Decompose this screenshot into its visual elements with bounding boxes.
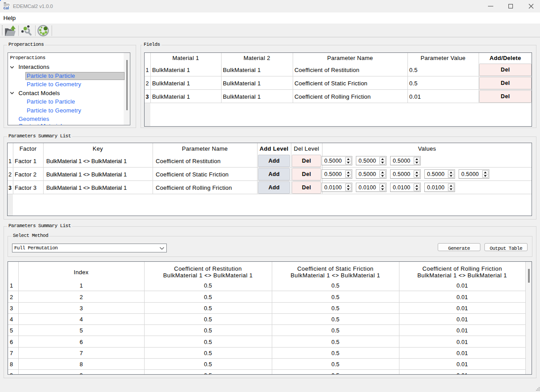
svg-text:cal: cal xyxy=(4,6,9,10)
